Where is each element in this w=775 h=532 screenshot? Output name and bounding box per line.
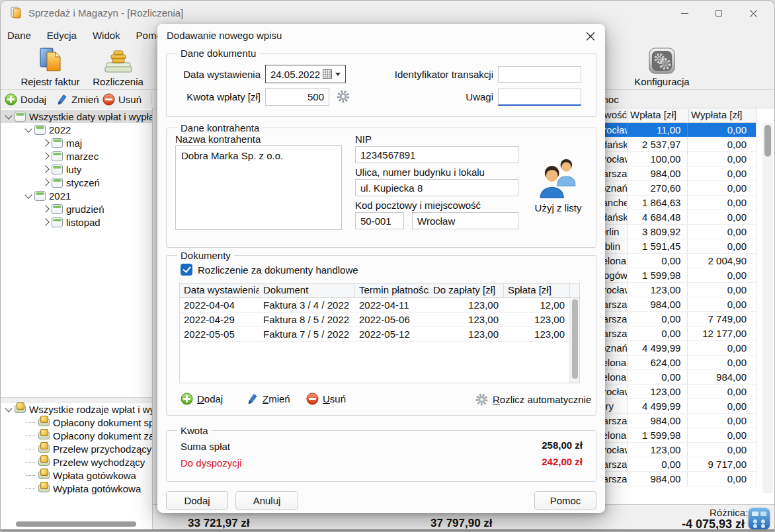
chevron-icon[interactable] bbox=[26, 449, 35, 449]
cell-outflow: 0,00 bbox=[688, 472, 756, 486]
document-row[interactable]: 2022-05-05 Faktura 7 / 5 / 2022 2022-05-… bbox=[180, 327, 579, 342]
invoices-register-button[interactable]: Rejestr faktur bbox=[11, 46, 90, 88]
cell-outflow: 12 177,00 bbox=[688, 326, 756, 340]
add-entry-button[interactable]: Dodaj bbox=[5, 92, 46, 106]
calendar-icon bbox=[34, 125, 46, 135]
use-from-list-button[interactable]: Użyj z listy bbox=[528, 156, 589, 241]
panel-splitter[interactable] bbox=[1, 397, 152, 402]
chevron-icon[interactable] bbox=[26, 462, 35, 463]
calculator-icon[interactable] bbox=[747, 506, 772, 531]
cell-outflow: 0,00 bbox=[688, 239, 756, 253]
chevron-icon[interactable] bbox=[26, 475, 35, 476]
vertical-scrollbar[interactable] bbox=[762, 123, 773, 493]
calendar-icon bbox=[52, 178, 63, 188]
delete-entry-button[interactable]: Usuń bbox=[102, 92, 142, 106]
menu-item[interactable]: Dane bbox=[7, 30, 31, 41]
chevron-icon[interactable] bbox=[42, 139, 49, 146]
column-header-paid[interactable]: Spłata [zł] bbox=[504, 284, 570, 297]
payment-amount-input[interactable]: 500 bbox=[265, 88, 329, 106]
tree-item-date[interactable]: styczeń bbox=[1, 176, 152, 189]
tree-item-type[interactable]: Przelew wychodzący bbox=[1, 455, 152, 469]
document-row[interactable]: 2022-04-29 Faktura 8 / 5 / 2022 2022-05-… bbox=[180, 313, 579, 327]
issue-date-input[interactable]: 24.05.2022 bbox=[265, 65, 346, 83]
chevron-icon[interactable] bbox=[42, 218, 49, 225]
tree-item-type[interactable]: Wszystkie rodzaje wpłat i wypłat bbox=[1, 402, 152, 416]
add-document-button[interactable]: Dodaj bbox=[181, 393, 223, 405]
tree-item-date[interactable]: 2022 bbox=[1, 123, 152, 136]
tree-item-type[interactable]: Opłacony dokument sprzedaży bbox=[1, 416, 152, 429]
nip-input[interactable]: 1234567891 bbox=[355, 146, 518, 163]
tree-item-date[interactable]: marzec bbox=[1, 149, 152, 163]
cell-issued: 2022-04-29 bbox=[180, 313, 259, 326]
dialog-close-button[interactable] bbox=[583, 29, 598, 44]
tree-item-type[interactable]: Przelew przychodzący bbox=[1, 442, 152, 455]
menu-item[interactable]: Widok bbox=[93, 30, 120, 41]
minus-icon bbox=[102, 93, 115, 106]
edit-entry-button[interactable]: Zmień bbox=[56, 92, 99, 106]
tree-item-date[interactable]: 2021 bbox=[1, 189, 152, 202]
vertical-scrollbar-thumb[interactable] bbox=[764, 125, 771, 157]
column-header-due[interactable]: Termin płatności bbox=[355, 284, 429, 297]
menu-item[interactable]: Edycja bbox=[47, 30, 77, 41]
amount-gear-button[interactable] bbox=[336, 89, 350, 106]
close-button[interactable] bbox=[736, 1, 770, 26]
auto-settle-button[interactable]: Rozlicz automatycznie bbox=[475, 393, 591, 406]
documents-scrollbar-thumb[interactable] bbox=[572, 299, 578, 379]
chevron-icon[interactable] bbox=[26, 436, 35, 436]
tree-item-date[interactable]: Wszystkie daty wpłat i wypłat bbox=[1, 110, 152, 123]
settlements-button[interactable]: Rozliczenia bbox=[80, 46, 156, 88]
document-row[interactable]: 2022-04-04 Faktura 3 / 4 / 2022 2022-04-… bbox=[180, 298, 579, 313]
cell-paid: 123,00 bbox=[504, 313, 570, 326]
column-header-outflow[interactable]: Wypłata [zł] bbox=[691, 109, 742, 120]
trade-documents-checkbox[interactable] bbox=[181, 264, 192, 276]
city-input[interactable]: Wrocław bbox=[412, 212, 518, 229]
dialog-cancel-button[interactable]: Anuluj bbox=[235, 491, 298, 510]
chevron-icon[interactable] bbox=[26, 488, 35, 489]
configuration-button[interactable]: Konfiguracja bbox=[626, 46, 698, 88]
tree-item-type[interactable]: Opłacony dokument zakupu bbox=[1, 429, 152, 442]
chevron-icon[interactable] bbox=[42, 178, 49, 186]
chevron-icon[interactable] bbox=[42, 205, 49, 212]
transaction-id-input[interactable] bbox=[498, 66, 581, 83]
tree-item-date[interactable]: luty bbox=[1, 163, 152, 176]
tree-item-date[interactable]: maj bbox=[1, 136, 152, 149]
street-input[interactable]: ul. Kupiecka 8 bbox=[355, 179, 518, 196]
tree-item-date[interactable]: listopad bbox=[1, 215, 152, 229]
chevron-icon[interactable] bbox=[26, 422, 35, 423]
tree-item-type[interactable]: Wpłata gotówkowa bbox=[1, 469, 152, 482]
column-header-document[interactable]: Dokument bbox=[259, 284, 355, 297]
column-header-inflow[interactable]: Wpłata [zł] bbox=[630, 109, 676, 120]
documents-scrollbar[interactable] bbox=[569, 298, 579, 383]
chevron-icon[interactable] bbox=[5, 112, 12, 119]
cell-issued: 2022-05-05 bbox=[180, 327, 259, 341]
types-tree: Wszystkie rodzaje wpłat i wypłat Opłacon… bbox=[1, 402, 152, 495]
column-header-issued[interactable]: Data wystawienia bbox=[180, 284, 259, 297]
contractor-name-input[interactable]: Dobra Marka Sp. z o.o. bbox=[175, 145, 342, 230]
chevron-icon[interactable] bbox=[24, 125, 32, 132]
minimize-button[interactable] bbox=[667, 1, 702, 26]
horizontal-scrollbar-thumb[interactable] bbox=[16, 521, 136, 527]
cell-outflow: 9 717,00 bbox=[688, 457, 756, 471]
dialog-add-button[interactable]: Dodaj bbox=[166, 491, 228, 510]
contacts-icon bbox=[536, 156, 580, 198]
chevron-icon[interactable] bbox=[42, 152, 49, 159]
chevron-icon[interactable] bbox=[5, 404, 12, 412]
notes-input[interactable] bbox=[498, 89, 581, 106]
app-window: Sprzedaż i Magazyn - [Rozliczenia] Dane … bbox=[0, 0, 775, 532]
cell-inflow: 0,00 bbox=[628, 326, 688, 340]
maximize-button[interactable] bbox=[702, 1, 736, 26]
chevron-icon[interactable] bbox=[24, 191, 32, 198]
delete-document-button[interactable]: Usuń bbox=[306, 393, 346, 405]
postal-code-input[interactable]: 50-001 bbox=[355, 212, 404, 229]
chevron-icon[interactable] bbox=[42, 165, 49, 172]
tree-item-label: marzec bbox=[66, 151, 99, 162]
cell-outflow: 0,00 bbox=[688, 137, 756, 151]
edit-document-button[interactable]: Zmień bbox=[247, 393, 290, 404]
tree-item-date[interactable]: grudzień bbox=[1, 202, 152, 215]
column-header-amount-due[interactable]: Do zapłaty [zł] bbox=[429, 284, 504, 297]
group-title: Dane dokumentu bbox=[177, 48, 259, 59]
dropdown-caret-icon[interactable] bbox=[335, 73, 341, 76]
tree-item-label: Wypłata gotówkowa bbox=[53, 483, 141, 494]
tree-item-type[interactable]: Wypłata gotówkowa bbox=[1, 482, 152, 495]
dialog-help-button[interactable]: Pomoc bbox=[534, 491, 596, 510]
